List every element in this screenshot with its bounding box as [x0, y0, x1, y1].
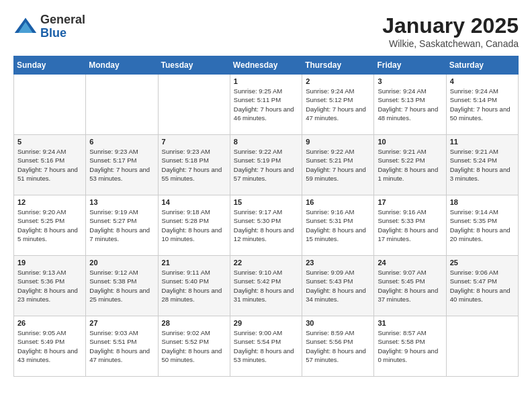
day-cell — [446, 316, 518, 377]
day-cell: 23Sunrise: 9:09 AM Sunset: 5:43 PM Dayli… — [302, 256, 374, 316]
day-info: Sunrise: 9:24 AM Sunset: 5:14 PM Dayligh… — [450, 87, 515, 122]
day-number: 19 — [17, 259, 82, 267]
day-number: 4 — [450, 77, 515, 85]
day-info: Sunrise: 9:10 AM Sunset: 5:42 PM Dayligh… — [234, 268, 298, 304]
day-cell: 9Sunrise: 9:22 AM Sunset: 5:21 PM Daylig… — [302, 135, 374, 195]
header-cell-wednesday: Wednesday — [230, 56, 302, 75]
month-title: January 2025 — [382, 13, 519, 38]
day-info: Sunrise: 9:25 AM Sunset: 5:11 PM Dayligh… — [234, 87, 298, 122]
day-number: 25 — [450, 259, 515, 267]
day-info: Sunrise: 9:13 AM Sunset: 5:36 PM Dayligh… — [17, 268, 82, 304]
day-cell: 16Sunrise: 9:16 AM Sunset: 5:31 PM Dayli… — [302, 195, 374, 256]
day-number: 3 — [378, 77, 442, 85]
day-cell: 2Sunrise: 9:24 AM Sunset: 5:12 PM Daylig… — [302, 75, 374, 135]
day-number: 29 — [234, 319, 298, 327]
day-cell: 12Sunrise: 9:20 AM Sunset: 5:25 PM Dayli… — [14, 195, 86, 256]
header-cell-thursday: Thursday — [302, 56, 374, 75]
day-info: Sunrise: 9:06 AM Sunset: 5:47 PM Dayligh… — [450, 268, 515, 304]
day-cell: 13Sunrise: 9:19 AM Sunset: 5:27 PM Dayli… — [86, 195, 158, 256]
day-number: 31 — [378, 319, 442, 327]
day-cell: 19Sunrise: 9:13 AM Sunset: 5:36 PM Dayli… — [14, 256, 86, 316]
day-cell: 29Sunrise: 9:00 AM Sunset: 5:54 PM Dayli… — [230, 316, 302, 377]
day-info: Sunrise: 9:16 AM Sunset: 5:33 PM Dayligh… — [378, 208, 442, 243]
day-info: Sunrise: 9:19 AM Sunset: 5:27 PM Dayligh… — [89, 208, 154, 243]
day-info: Sunrise: 9:23 AM Sunset: 5:17 PM Dayligh… — [89, 147, 154, 183]
day-cell: 8Sunrise: 9:22 AM Sunset: 5:19 PM Daylig… — [230, 135, 302, 195]
day-info: Sunrise: 9:24 AM Sunset: 5:12 PM Dayligh… — [306, 87, 370, 122]
day-cell: 21Sunrise: 9:11 AM Sunset: 5:40 PM Dayli… — [158, 256, 230, 316]
day-number: 2 — [306, 77, 370, 85]
day-info: Sunrise: 9:18 AM Sunset: 5:28 PM Dayligh… — [162, 208, 226, 243]
day-number: 8 — [234, 138, 298, 146]
title-block: January 2025 Wilkie, Saskatchewan, Canad… — [382, 13, 519, 49]
day-number: 14 — [162, 198, 226, 206]
week-row-1: 5Sunrise: 9:24 AM Sunset: 5:16 PM Daylig… — [14, 135, 519, 195]
day-number: 5 — [17, 138, 82, 146]
day-number: 17 — [378, 198, 442, 206]
day-cell: 30Sunrise: 8:59 AM Sunset: 5:56 PM Dayli… — [302, 316, 374, 377]
day-number: 20 — [89, 259, 154, 267]
day-number: 11 — [450, 138, 515, 146]
day-info: Sunrise: 9:23 AM Sunset: 5:18 PM Dayligh… — [162, 147, 226, 183]
day-number: 9 — [306, 138, 370, 146]
logo-blue: Blue — [40, 26, 66, 40]
day-number: 21 — [162, 259, 226, 267]
page-header: General Blue January 2025 Wilkie, Saskat… — [13, 13, 519, 49]
week-row-2: 12Sunrise: 9:20 AM Sunset: 5:25 PM Dayli… — [14, 195, 519, 256]
day-cell: 5Sunrise: 9:24 AM Sunset: 5:16 PM Daylig… — [14, 135, 86, 195]
day-number: 16 — [306, 198, 370, 206]
day-number: 26 — [17, 319, 82, 327]
day-info: Sunrise: 9:24 AM Sunset: 5:13 PM Dayligh… — [378, 87, 442, 122]
day-cell: 10Sunrise: 9:21 AM Sunset: 5:22 PM Dayli… — [374, 135, 446, 195]
day-cell: 1Sunrise: 9:25 AM Sunset: 5:11 PM Daylig… — [230, 75, 302, 135]
day-cell: 24Sunrise: 9:07 AM Sunset: 5:45 PM Dayli… — [374, 256, 446, 316]
day-info: Sunrise: 8:59 AM Sunset: 5:56 PM Dayligh… — [306, 328, 370, 364]
day-cell: 18Sunrise: 9:14 AM Sunset: 5:35 PM Dayli… — [446, 195, 518, 256]
day-info: Sunrise: 9:22 AM Sunset: 5:19 PM Dayligh… — [234, 147, 298, 183]
day-cell: 26Sunrise: 9:05 AM Sunset: 5:49 PM Dayli… — [14, 316, 86, 377]
day-cell: 4Sunrise: 9:24 AM Sunset: 5:14 PM Daylig… — [446, 75, 518, 135]
day-info: Sunrise: 9:22 AM Sunset: 5:21 PM Dayligh… — [306, 147, 370, 183]
day-cell: 15Sunrise: 9:17 AM Sunset: 5:30 PM Dayli… — [230, 195, 302, 256]
day-number: 10 — [378, 138, 442, 146]
day-info: Sunrise: 9:09 AM Sunset: 5:43 PM Dayligh… — [306, 268, 370, 304]
day-number: 22 — [234, 259, 298, 267]
day-info: Sunrise: 9:20 AM Sunset: 5:25 PM Dayligh… — [17, 208, 82, 243]
day-number: 27 — [89, 319, 154, 327]
day-info: Sunrise: 9:21 AM Sunset: 5:24 PM Dayligh… — [450, 147, 515, 183]
logo-general: General — [40, 13, 85, 26]
day-number: 1 — [234, 77, 298, 85]
header-cell-saturday: Saturday — [446, 56, 518, 75]
day-cell: 25Sunrise: 9:06 AM Sunset: 5:47 PM Dayli… — [446, 256, 518, 316]
day-number: 24 — [378, 259, 442, 267]
calendar-body: 1Sunrise: 9:25 AM Sunset: 5:11 PM Daylig… — [14, 75, 519, 377]
day-info: Sunrise: 9:24 AM Sunset: 5:16 PM Dayligh… — [17, 147, 82, 183]
day-cell: 17Sunrise: 9:16 AM Sunset: 5:33 PM Dayli… — [374, 195, 446, 256]
day-number: 6 — [89, 138, 154, 146]
day-cell — [86, 75, 158, 135]
day-cell: 6Sunrise: 9:23 AM Sunset: 5:17 PM Daylig… — [86, 135, 158, 195]
day-cell — [158, 75, 230, 135]
day-info: Sunrise: 9:12 AM Sunset: 5:38 PM Dayligh… — [89, 268, 154, 304]
day-number: 7 — [162, 138, 226, 146]
week-row-4: 26Sunrise: 9:05 AM Sunset: 5:49 PM Dayli… — [14, 316, 519, 377]
location: Wilkie, Saskatchewan, Canada — [382, 38, 519, 49]
day-info: Sunrise: 9:21 AM Sunset: 5:22 PM Dayligh… — [378, 147, 442, 183]
header-cell-friday: Friday — [374, 56, 446, 75]
logo: General Blue — [13, 13, 85, 40]
day-cell: 14Sunrise: 9:18 AM Sunset: 5:28 PM Dayli… — [158, 195, 230, 256]
day-number: 28 — [162, 319, 226, 327]
header-cell-monday: Monday — [86, 56, 158, 75]
day-number: 30 — [306, 319, 370, 327]
day-number: 23 — [306, 259, 370, 267]
week-row-3: 19Sunrise: 9:13 AM Sunset: 5:36 PM Dayli… — [14, 256, 519, 316]
day-info: Sunrise: 9:03 AM Sunset: 5:51 PM Dayligh… — [89, 328, 154, 364]
day-info: Sunrise: 9:17 AM Sunset: 5:30 PM Dayligh… — [234, 208, 298, 243]
week-row-0: 1Sunrise: 9:25 AM Sunset: 5:11 PM Daylig… — [14, 75, 519, 135]
calendar-header: SundayMondayTuesdayWednesdayThursdayFrid… — [14, 56, 519, 75]
day-cell: 22Sunrise: 9:10 AM Sunset: 5:42 PM Dayli… — [230, 256, 302, 316]
header-cell-tuesday: Tuesday — [158, 56, 230, 75]
logo-icon — [13, 15, 38, 39]
day-info: Sunrise: 9:14 AM Sunset: 5:35 PM Dayligh… — [450, 208, 515, 243]
day-cell: 28Sunrise: 9:02 AM Sunset: 5:52 PM Dayli… — [158, 316, 230, 377]
